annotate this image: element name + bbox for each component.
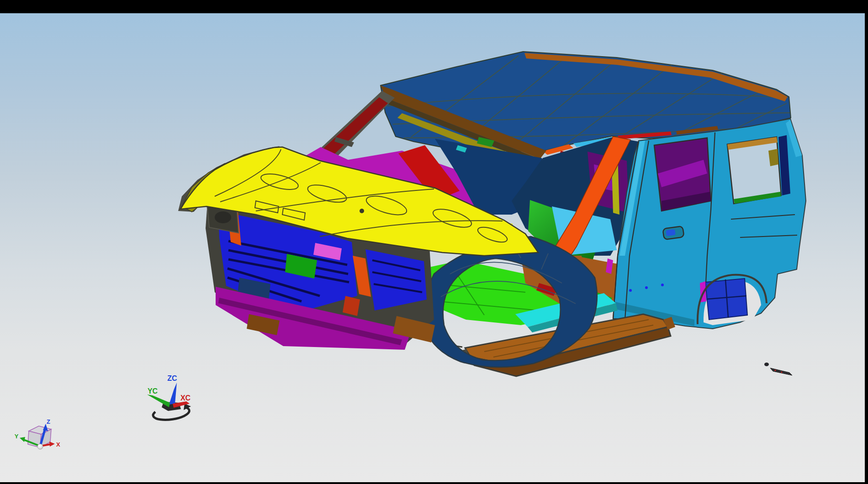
bolt-dot <box>661 284 664 286</box>
wcs-y-label: YC <box>148 387 158 395</box>
wcs-z-axis-arrow[interactable] <box>169 383 177 405</box>
hood-pivot-dot <box>360 209 364 213</box>
wcs-y-axis-arrow[interactable] <box>147 395 170 407</box>
bolt-dot <box>629 289 632 292</box>
datum-x-arrowhead <box>49 442 55 447</box>
wcs-z-label: ZC <box>167 374 177 382</box>
graphics-viewport[interactable]: ZC YC XC Z Y X <box>0 13 865 482</box>
top-black-bar <box>0 0 868 13</box>
bolt-dot <box>645 286 648 289</box>
model-scene: ZC YC XC Z Y X <box>0 13 865 482</box>
car-body-model[interactable] <box>178 52 806 376</box>
right-black-bar <box>865 0 868 484</box>
datum-origin-ball[interactable] <box>37 444 43 449</box>
loose-parts[interactable] <box>764 363 792 375</box>
datum-z-label: Z <box>47 418 50 425</box>
datum-y-label: Y <box>15 433 19 440</box>
bumper-red-accent <box>343 296 360 316</box>
datum-y-arrowhead <box>20 437 25 442</box>
wcs-x-label: XC <box>180 394 191 402</box>
datum-csys[interactable]: Z Y X <box>15 418 60 449</box>
bottom-black-bar <box>0 482 868 484</box>
cad-application-window: ZC YC XC Z Y X <box>0 0 868 484</box>
datum-x-label: X <box>56 441 60 448</box>
door-handle[interactable] <box>663 226 684 240</box>
wcs-triad[interactable]: ZC YC XC <box>147 374 191 420</box>
